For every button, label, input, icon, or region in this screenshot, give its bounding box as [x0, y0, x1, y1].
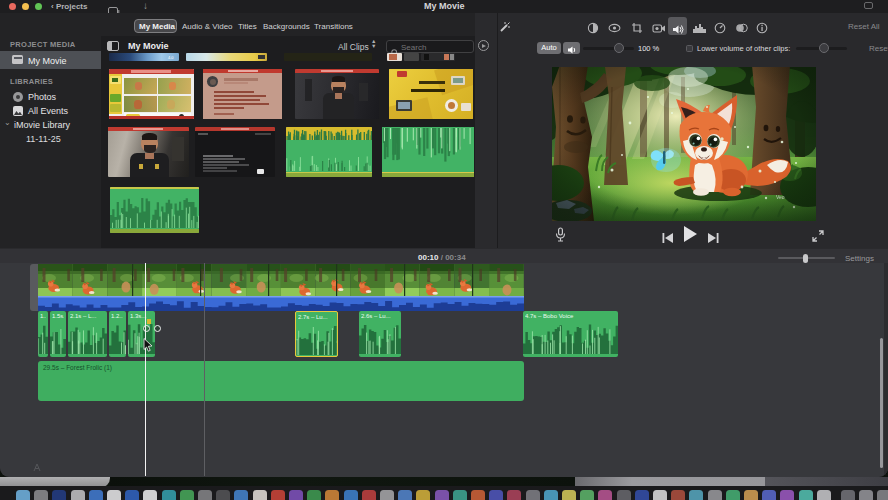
svg-text:Veo: Veo [776, 194, 785, 200]
